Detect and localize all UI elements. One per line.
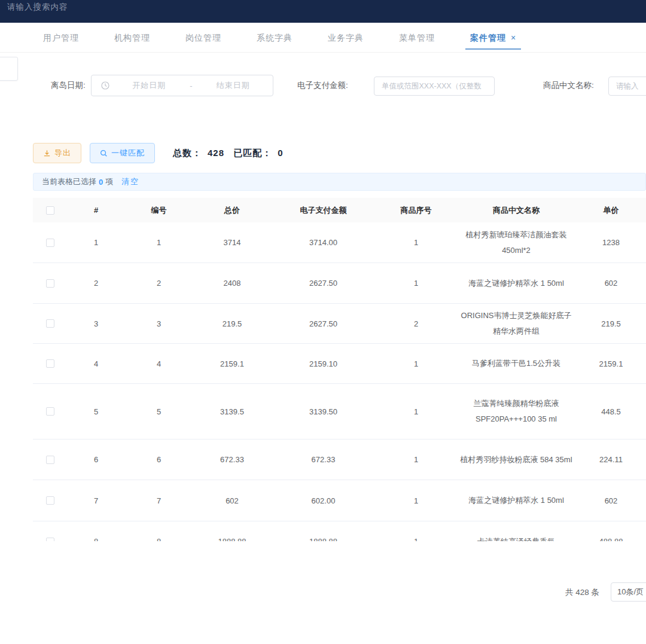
global-search-input[interactable]: 请输入搜索内容 [7,2,68,13]
row-checkbox[interactable] [46,239,54,247]
cell-code: 6 [124,455,193,464]
pagination-total: 共 428 条 [565,587,599,598]
tab-系统字典[interactable]: 系统字典 [249,23,300,52]
start-date-input[interactable]: 开始日期 [109,80,188,91]
tab-用户管理[interactable]: 用户管理 [36,23,86,52]
cell-unit: 488.88 [576,537,646,541]
cell-unit: 448.5 [576,407,646,416]
cell-index: 2 [68,279,124,288]
cell-name: 海蓝之谜修护精萃水 1 50ml [456,276,576,291]
row-checkbox[interactable] [46,319,54,328]
row-checkbox[interactable] [46,456,54,464]
export-button[interactable]: 导出 [33,143,81,163]
cell-name: ORIGINS韦博士灵芝焕能好底子精华水两件组 [456,308,576,339]
depart-date-label: 离岛日期: [51,80,86,91]
selection-prefix: 当前表格已选择 [42,176,96,187]
table-row: 881888.881888.881卡诗菁纯亮泽经典香氛488.88 [33,521,646,541]
filter-row: 离岛日期: 开始日期 - 结束日期 电子支付金额: 单值或范围XXX-XXX（仅… [0,75,646,99]
one-key-match-button[interactable]: 一键匹配 [90,143,155,163]
table-row: 553139.53139.501兰蔻菁纯臻颜精华粉底液SPF20PA+++100… [33,384,646,439]
matched-value: 0 [278,148,283,158]
cell-total: 1888.88 [193,537,271,541]
cell-payment: 672.33 [271,455,376,464]
total-label: 总数： [173,148,202,158]
tab-label: 案件管理 [470,33,506,42]
cell-total: 219.5 [193,319,271,328]
row-checkbox[interactable] [46,279,54,288]
tab-案件管理[interactable]: 案件管理× [463,23,523,52]
cell-name: 植村秀羽纱持妆粉底液 584 35ml [456,452,576,468]
row-checkbox[interactable] [46,496,54,505]
date-range-separator: - [188,81,193,90]
col-header-total: 总价 [193,205,271,216]
page-size-select[interactable]: 10条/页 [611,582,646,602]
tab-机构管理[interactable]: 机构管理 [107,23,157,52]
cell-name: 海蓝之谜修护精萃水 1 50ml [456,493,576,508]
cell-code: 3 [124,319,193,328]
cell-index: 3 [68,319,124,328]
cell-unit: 602 [576,279,646,288]
selection-count: 0 [99,178,103,187]
cell-seq: 1 [376,537,456,541]
col-header-unit: 单价 [576,205,646,216]
table-row: 33219.52627.502ORIGINS韦博士灵芝焕能好底子精华水两件组21… [33,304,646,344]
cell-name: 兰蔻菁纯臻颜精华粉底液SPF20PA+++100 35 ml [456,396,576,427]
table-row: 442159.12159.101马爹利蓝带干邑1.5公升装2159.1 [33,344,646,384]
tab-菜单管理[interactable]: 菜单管理 [392,23,442,52]
cell-total: 672.33 [193,455,271,464]
tab-岗位管理[interactable]: 岗位管理 [178,23,228,52]
top-navbar: 请输入搜索内容 [0,0,646,23]
stats-text: 总数：428 已匹配：0 [173,148,290,159]
cell-total: 3139.5 [193,407,271,416]
pagination-footer: 共 428 条 10条/页 [0,582,646,603]
cell-code: 8 [124,537,193,541]
product-name-label: 商品中文名称: [543,80,594,91]
match-button-label: 一键匹配 [111,148,145,158]
data-table: # 编号 总价 电子支付金额 商品序号 商品中文名称 单价 1137143714… [33,198,646,541]
tab-bar: 用户管理机构管理岗位管理系统字典业务字典菜单管理案件管理× [0,23,646,53]
row-checkbox[interactable] [46,538,54,542]
clock-icon [101,81,109,90]
product-name-input[interactable]: 请输入 [608,77,646,96]
cell-payment: 3139.50 [271,407,376,416]
cell-unit: 1238 [576,238,646,247]
cell-seq: 1 [376,279,456,288]
select-all-checkbox[interactable] [46,206,54,215]
tab-label: 系统字典 [257,33,292,42]
cell-total: 602 [193,496,271,505]
row-checkbox[interactable] [46,407,54,416]
cell-unit: 224.11 [576,455,646,464]
cell-name: 卡诗菁纯亮泽经典香氛 [456,534,576,542]
cell-index: 6 [68,455,124,464]
clear-selection-link[interactable]: 清空 [121,176,139,187]
end-date-input[interactable]: 结束日期 [194,80,273,91]
row-checkbox[interactable] [46,359,54,368]
cell-name: 植村秀新琥珀臻萃洁颜油套装 450ml*2 [456,227,576,258]
cell-payment: 3714.00 [271,238,376,247]
search-icon [100,149,108,157]
cell-name: 马爹利蓝带干邑1.5公升装 [456,356,576,371]
close-icon[interactable]: × [511,33,516,42]
cell-seq: 2 [376,319,456,328]
table-row: 2224082627.501海蓝之谜修护精萃水 1 50ml602 [33,263,646,304]
tab-业务字典[interactable]: 业务字典 [321,23,371,52]
tab-label: 菜单管理 [399,33,435,42]
cell-payment: 602.00 [271,496,376,505]
tab-label: 用户管理 [43,33,79,42]
matched-label: 已匹配： [233,148,272,158]
cell-index: 1 [68,238,124,247]
cell-seq: 1 [376,455,456,464]
table-row: 66672.33672.331植村秀羽纱持妆粉底液 584 35ml224.11 [33,439,646,480]
epay-amount-input[interactable]: 单值或范围XXX-XXX（仅整数 [374,77,495,96]
cell-total: 3714 [193,238,271,247]
cell-index: 5 [68,407,124,416]
cell-index: 8 [68,537,124,541]
cell-code: 5 [124,407,193,416]
tab-label: 业务字典 [328,33,364,42]
table-row: 1137143714.001植村秀新琥珀臻萃洁颜油套装 450ml*21238 [33,222,646,263]
cell-payment: 1888.88 [271,537,376,541]
cell-total: 2159.1 [193,359,271,368]
cell-index: 7 [68,496,124,505]
date-range-picker[interactable]: 开始日期 - 结束日期 [91,75,273,96]
epay-amount-label: 电子支付金额: [297,80,348,91]
